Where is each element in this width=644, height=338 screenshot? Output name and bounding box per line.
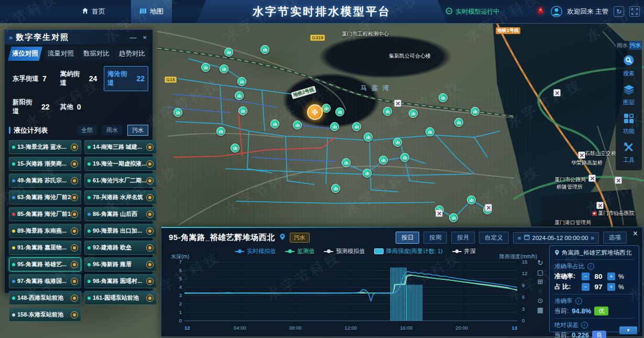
map-station-marker[interactable] (231, 144, 239, 152)
range-month-button[interactable]: 按月 (451, 232, 475, 244)
prev-date-icon[interactable]: « (518, 234, 521, 242)
map-station-marker[interactable] (342, 158, 351, 167)
filter-sewage[interactable]: 污水 (127, 125, 148, 136)
info-icon[interactable]: i (587, 263, 594, 270)
station-settings-icon[interactable] (146, 278, 154, 285)
toggle-rainwater[interactable]: 雨水 (616, 41, 629, 50)
map-station-marker[interactable] (409, 109, 418, 118)
layers-button[interactable]: 图层 (616, 80, 642, 108)
tab-trend-compare[interactable]: 趋势对比 (115, 47, 149, 61)
station-settings-icon[interactable] (71, 278, 78, 285)
toolbox-zoom-icon[interactable]: ▢ (537, 268, 543, 276)
ratio-increase-button[interactable]: + (607, 283, 615, 291)
station-settings-icon[interactable] (146, 144, 154, 151)
station-list-item[interactable]: 97-角嵩路 临港国... (9, 274, 81, 288)
map-station-marker[interactable] (467, 195, 476, 204)
map-station-marker[interactable] (383, 107, 392, 116)
alarm-icon[interactable] (537, 7, 544, 16)
metro-station-icon[interactable] (596, 202, 604, 209)
toolbox-dataview-icon[interactable]: ⊞ (538, 278, 543, 286)
counter-songyu[interactable]: 嵩屿街道24 (57, 66, 101, 91)
station-list-item[interactable]: 86-角嵩路 山后西 (84, 207, 157, 221)
collapse-button[interactable]: ▼ (619, 326, 637, 334)
station-list-item[interactable]: 90-海景路 出口加... (84, 224, 157, 238)
options-button[interactable]: 选项 (603, 232, 627, 244)
map-station-marker[interactable] (439, 93, 447, 102)
map-station-marker[interactable] (400, 153, 409, 162)
map-station-marker[interactable] (330, 122, 339, 131)
ratio-decrease-button[interactable]: − (582, 283, 590, 291)
station-list-item[interactable]: 161-囷瑶泵站前池 (84, 291, 157, 305)
station-list-item[interactable]: 92-建港路 欧垒 (84, 241, 157, 255)
toolbox-magictype-line-icon[interactable]: ◌ (538, 287, 542, 295)
station-settings-icon[interactable] (71, 194, 78, 201)
map-station-marker[interactable] (393, 138, 402, 147)
station-list-item[interactable]: 61-海沧污水厂二期... (84, 173, 157, 188)
station-settings-icon[interactable] (146, 244, 154, 252)
refresh-icon[interactable]: ↻ (614, 6, 624, 17)
station-list-item[interactable]: 95-角嵩路 裕雄艺... (9, 257, 81, 271)
map-station-marker[interactable] (235, 91, 244, 100)
station-settings-icon[interactable] (71, 311, 78, 319)
map-station-marker[interactable] (238, 106, 247, 115)
station-list-item[interactable]: 91-角嵩路 嘉里物... (9, 241, 81, 255)
map-station-marker[interactable] (352, 122, 361, 131)
station-settings-icon[interactable] (146, 177, 154, 184)
metro-station-icon[interactable] (485, 204, 492, 211)
station-settings-icon[interactable] (71, 211, 78, 218)
metro-station-icon[interactable] (615, 177, 622, 184)
counter-haicang[interactable]: 海沧街道22 (104, 66, 148, 91)
map-station-marker[interactable] (449, 213, 458, 222)
station-list-item[interactable]: 158-东港泵站前池 (9, 308, 81, 322)
station-settings-icon[interactable] (146, 295, 154, 302)
tab-level-compare[interactable]: 液位对照 (8, 47, 42, 61)
map-station-marker[interactable] (363, 169, 372, 178)
toolbox-restore-icon[interactable]: ↻ (538, 259, 543, 267)
station-settings-icon[interactable] (71, 144, 78, 151)
station-settings-icon[interactable] (71, 177, 78, 184)
station-list-item[interactable]: 96-海新路 雍厝 (84, 257, 157, 271)
counter-xinyang[interactable]: 新阳街道22 (9, 94, 53, 119)
info-icon[interactable]: i (575, 298, 582, 304)
station-settings-icon[interactable] (71, 160, 78, 168)
nav-map[interactable]: 地图 (131, 0, 172, 23)
map-station-marker[interactable] (425, 127, 434, 136)
toolbox-magictype-bar-icon[interactable]: ⊙ (538, 297, 543, 304)
metro-station-icon[interactable] (578, 151, 585, 159)
filter-all[interactable]: 全部 (77, 125, 97, 135)
filter-rainwater[interactable]: 雨水 (102, 125, 122, 135)
station-settings-icon[interactable] (146, 194, 154, 201)
map-station-marker[interactable] (216, 127, 225, 136)
station-settings-icon[interactable] (71, 244, 78, 252)
map-station-marker[interactable] (173, 108, 182, 117)
metro-station-icon[interactable] (588, 175, 596, 182)
station-list-item[interactable]: 85-角嵩路 海沧厂前1 (9, 207, 81, 221)
tools-button[interactable]: 工具 (616, 137, 642, 166)
station-list-item[interactable]: 98-角嵩路 囷瑶村... (84, 274, 157, 288)
station-settings-icon[interactable] (71, 295, 78, 302)
tab-data-compare[interactable]: 数据对比 (79, 47, 114, 61)
range-custom-button[interactable]: 自定义 (479, 232, 509, 244)
station-settings-icon[interactable] (71, 227, 78, 235)
avatar[interactable] (551, 6, 562, 17)
toolbox-save-image-icon[interactable]: ▦ (537, 306, 543, 314)
map-selected-station-marker[interactable] (307, 104, 323, 120)
accuracy-increase-button[interactable]: + (607, 272, 615, 280)
next-date-icon[interactable]: » (591, 234, 594, 242)
metro-station-icon[interactable] (553, 89, 561, 96)
station-list-item[interactable]: 63-角嵩路 海沧厂前2 (9, 190, 81, 204)
map-station-marker[interactable] (293, 121, 302, 129)
station-settings-icon[interactable] (146, 211, 154, 218)
map-station-marker[interactable] (220, 64, 228, 73)
counter-other[interactable]: 其他0 (57, 94, 101, 119)
counter-dongfu[interactable]: 东孚街道7 (9, 66, 53, 91)
station-list-item[interactable]: 15-兴港路 渐美商... (9, 157, 81, 171)
tab-flow-compare[interactable]: 流量对照 (43, 47, 78, 61)
station-list-item[interactable]: 19-海沧一期虚拟液... (84, 157, 157, 171)
metro-station-icon[interactable] (435, 210, 443, 217)
station-settings-icon[interactable] (146, 227, 154, 235)
date-picker[interactable]: « 2024-05-12 00:00:00 » (513, 232, 599, 244)
map-station-marker[interactable] (270, 119, 279, 128)
map-station-marker[interactable] (335, 107, 344, 116)
station-list-item[interactable]: 89-海景路 东南燕... (9, 224, 81, 238)
